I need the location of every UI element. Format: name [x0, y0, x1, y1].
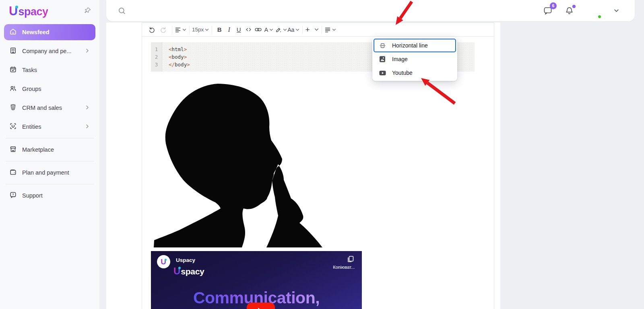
- uspacy-logo[interactable]: Uspacy: [9, 4, 48, 19]
- sidebar-item-tasks[interactable]: Tasks: [4, 62, 95, 78]
- sidebar-item-label: CRM and sales: [22, 105, 62, 111]
- insert-chevron-down-icon[interactable]: [314, 27, 319, 32]
- link-button[interactable]: [253, 24, 263, 35]
- building-icon: [9, 47, 17, 56]
- sidebar-divider: [6, 184, 94, 184]
- user-avatar[interactable]: [586, 3, 601, 19]
- channel-name: Uspacy: [176, 257, 195, 263]
- sidebar-item-label: Entities: [22, 124, 41, 130]
- entities-icon: [9, 122, 17, 131]
- copy-link-button[interactable]: Копіюват...: [333, 255, 355, 270]
- sidebar-item-label: Support: [22, 192, 43, 199]
- chevron-down-icon: [204, 27, 209, 32]
- code-line: <body>: [169, 53, 190, 61]
- chevron-down-icon: [283, 27, 287, 32]
- line-height-button[interactable]: [175, 24, 187, 35]
- silhouette-image[interactable]: [151, 83, 362, 247]
- sidebar-item-support[interactable]: ? Support: [4, 187, 95, 204]
- notifications-bell-icon[interactable]: [565, 6, 574, 15]
- wallet-icon: [9, 168, 17, 177]
- video-wordmark: Uspacy: [173, 266, 204, 277]
- chevron-right-icon: [85, 48, 90, 55]
- code-line-numbers: 123: [151, 42, 162, 72]
- youtube-icon: [378, 69, 386, 77]
- sidebar-item-marketplace[interactable]: Marketplace: [4, 142, 95, 158]
- menu-item-label: Youtube: [392, 70, 413, 76]
- sidebar: Uspacy Newsfeed Company and pe... Tasks …: [0, 0, 99, 309]
- home-icon: [9, 28, 17, 37]
- people-icon: [9, 84, 17, 93]
- youtube-embed[interactable]: U Uspacy Uspacy Копіюват... Communicatio…: [151, 251, 362, 309]
- insert-button[interactable]: +: [305, 24, 319, 35]
- chevron-right-icon: [85, 124, 90, 130]
- notification-dot: [572, 5, 576, 8]
- profile-chevron-down-icon[interactable]: [613, 8, 619, 14]
- sidebar-item-label: Newsfeed: [22, 29, 50, 35]
- topbar: 6: [106, 0, 635, 21]
- undo-button[interactable]: [145, 24, 157, 35]
- sidebar-item-label: Company and pe...: [22, 48, 72, 54]
- sidebar-item-crm[interactable]: CRM and sales: [4, 100, 95, 116]
- youtube-play-button[interactable]: [247, 303, 275, 309]
- copy-icon: [347, 255, 355, 263]
- sidebar-item-company[interactable]: Company and pe...: [4, 43, 95, 59]
- chat-badge: 6: [550, 2, 557, 9]
- sidebar-nav: Newsfeed Company and pe... Tasks Groups …: [0, 23, 99, 208]
- chat-icon[interactable]: 6: [543, 6, 553, 16]
- code-line: <html>: [169, 45, 190, 53]
- online-status-dot: [597, 14, 602, 19]
- funnel-icon: [9, 103, 17, 112]
- storefront-icon: [9, 145, 17, 154]
- sidebar-item-plan-payment[interactable]: Plan and payment: [4, 165, 95, 181]
- logo-dot-icon: [165, 259, 167, 261]
- chevron-down-icon: [332, 27, 336, 32]
- chevron-down-icon: [182, 27, 187, 32]
- redo-button[interactable]: [157, 24, 169, 35]
- image-icon: [378, 56, 386, 63]
- sidebar-item-groups[interactable]: Groups: [4, 81, 95, 97]
- chevron-right-icon: [85, 105, 90, 111]
- insert-dropdown-menu: Horizontal line Image Youtube: [372, 37, 457, 81]
- sidebar-item-label: Groups: [22, 86, 41, 92]
- sidebar-divider: [6, 161, 94, 161]
- code-line: </body>: [169, 61, 190, 68]
- menu-item-youtube[interactable]: Youtube: [374, 66, 456, 80]
- highlight-color-button[interactable]: [275, 24, 287, 35]
- pin-sidebar-icon[interactable]: [84, 7, 91, 16]
- underline-button[interactable]: U: [234, 24, 244, 35]
- search-icon[interactable]: [118, 6, 126, 15]
- chevron-down-icon: [295, 27, 300, 32]
- text-case-button[interactable]: Aa: [287, 24, 300, 35]
- sidebar-item-newsfeed[interactable]: Newsfeed: [4, 24, 95, 40]
- horizontal-line-icon: [378, 42, 386, 49]
- italic-button[interactable]: I: [224, 24, 234, 35]
- calendar-check-icon: [9, 66, 17, 74]
- bold-button[interactable]: B: [215, 24, 224, 35]
- logo-text: spacy: [18, 6, 48, 18]
- chevron-down-icon: [269, 27, 274, 32]
- menu-item-label: Image: [392, 56, 408, 62]
- code-lines: <html> <body> </body>: [162, 42, 190, 72]
- sidebar-item-label: Plan and payment: [22, 169, 69, 176]
- code-button[interactable]: [244, 24, 253, 35]
- sidebar-item-label: Tasks: [22, 67, 37, 73]
- channel-logo: U: [157, 255, 170, 268]
- svg-text:?: ?: [12, 193, 14, 196]
- editor-toolbar: 15px B I U A Aa +: [142, 23, 494, 37]
- help-bubble-icon: ?: [9, 191, 17, 200]
- menu-item-horizontal-line[interactable]: Horizontal line: [374, 39, 456, 52]
- font-color-button[interactable]: A: [263, 24, 275, 35]
- font-size-dropdown[interactable]: 15px: [192, 24, 209, 35]
- menu-item-label: Horizontal line: [392, 42, 428, 49]
- sidebar-item-entities[interactable]: Entities: [4, 119, 95, 135]
- shush-silhouette-graphic: [151, 83, 362, 247]
- align-button[interactable]: [324, 24, 336, 35]
- sidebar-divider: [6, 138, 94, 138]
- copy-label: Копіюват...: [333, 265, 355, 270]
- menu-item-image[interactable]: Image: [374, 52, 456, 66]
- sidebar-item-label: Marketplace: [22, 146, 54, 153]
